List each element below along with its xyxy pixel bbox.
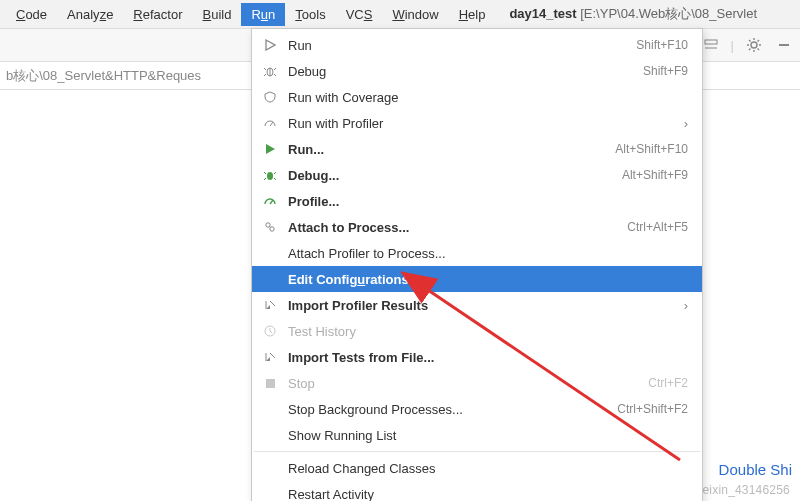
menu-code[interactable]: Code — [6, 3, 57, 26]
import-icon — [262, 297, 278, 313]
menu-run-attach-profiler[interactable]: Attach Profiler to Process... — [252, 240, 702, 266]
menu-separator — [254, 451, 700, 452]
gear-icon[interactable] — [744, 35, 764, 55]
menu-run[interactable]: Run — [241, 3, 285, 26]
svg-line-31 — [274, 178, 276, 180]
svg-line-25 — [270, 122, 273, 126]
menu-run-edit-configurations[interactable]: Edit Configurations... — [252, 266, 702, 292]
import-icon — [262, 349, 278, 365]
menu-run-test-history: Test History — [252, 318, 702, 344]
svg-line-30 — [264, 178, 266, 180]
svg-line-16 — [758, 40, 760, 42]
menu-run-profile-config[interactable]: Profile... — [252, 188, 702, 214]
gauge-icon — [262, 115, 278, 131]
menu-run-restart-activity[interactable]: Restart Activity — [252, 481, 702, 501]
attach-icon — [262, 219, 278, 235]
svg-point-8 — [751, 42, 757, 48]
svg-line-38 — [270, 353, 275, 358]
menu-run-show-running[interactable]: Show Running List — [252, 422, 702, 448]
menu-tools[interactable]: Tools — [285, 3, 335, 26]
svg-line-36 — [270, 301, 275, 306]
menu-vcs[interactable]: VCS — [336, 3, 383, 26]
svg-line-15 — [749, 49, 751, 51]
menu-run-reload-classes[interactable]: Reload Changed Classes — [252, 455, 702, 481]
menu-run-debug[interactable]: Debug Shift+F9 — [252, 58, 702, 84]
play-icon — [262, 37, 278, 53]
menu-run-stop-background[interactable]: Stop Background Processes... Ctrl+Shift+… — [252, 396, 702, 422]
menu-build[interactable]: Build — [193, 3, 242, 26]
menu-run-run[interactable]: Run Shift+F10 — [252, 32, 702, 58]
bug-green-icon — [262, 167, 278, 183]
divider-icon — [701, 35, 721, 55]
shield-icon — [262, 89, 278, 105]
svg-line-13 — [749, 40, 751, 42]
menu-window[interactable]: Window — [382, 3, 448, 26]
menu-analyze[interactable]: Analyze — [57, 3, 123, 26]
svg-line-21 — [264, 68, 266, 70]
svg-line-24 — [274, 74, 276, 76]
menu-help[interactable]: Help — [449, 3, 496, 26]
svg-marker-18 — [266, 40, 275, 50]
run-menu-dropdown: Run Shift+F10 Debug Shift+F9 Run with Co… — [251, 28, 703, 501]
menu-run-profiler[interactable]: Run with Profiler › — [252, 110, 702, 136]
svg-rect-17 — [779, 44, 789, 46]
svg-line-29 — [274, 172, 276, 174]
svg-line-32 — [270, 200, 273, 204]
menu-refactor[interactable]: Refactor — [123, 3, 192, 26]
svg-line-14 — [758, 49, 760, 51]
project-title: day14_test [E:\YP\04.Web核心\08_Servlet — [509, 5, 757, 23]
menu-run-import-tests[interactable]: Import Tests from File... — [252, 344, 702, 370]
menu-run-coverage[interactable]: Run with Coverage — [252, 84, 702, 110]
menu-run-import-profiler[interactable]: Import Profiler Results › — [252, 292, 702, 318]
collapse-icon[interactable] — [774, 35, 794, 55]
menubar: Code Analyze Refactor Build Run Tools VC… — [0, 0, 800, 28]
menu-run-attach-process[interactable]: Attach to Process... Ctrl+Alt+F5 — [252, 214, 702, 240]
gauge-green-icon — [262, 193, 278, 209]
svg-line-23 — [264, 74, 266, 76]
bug-icon — [262, 63, 278, 79]
svg-rect-6 — [705, 40, 717, 44]
menu-run-run-config[interactable]: Run... Alt+Shift+F10 — [252, 136, 702, 162]
stop-icon — [262, 375, 278, 391]
chevron-right-icon: › — [684, 298, 688, 313]
menu-run-debug-config[interactable]: Debug... Alt+Shift+F9 — [252, 162, 702, 188]
menu-run-stop: Stop Ctrl+F2 — [252, 370, 702, 396]
play-green-icon — [262, 141, 278, 157]
svg-marker-26 — [266, 144, 275, 154]
project-path: [E:\YP\04.Web核心\08_Servlet — [580, 6, 757, 21]
chevron-right-icon: › — [684, 116, 688, 131]
clock-icon — [262, 323, 278, 339]
svg-line-35 — [270, 227, 271, 228]
svg-line-28 — [264, 172, 266, 174]
svg-rect-39 — [266, 379, 275, 388]
breadcrumb-text: b核心\08_Servlet&HTTP&Reques — [6, 67, 201, 85]
svg-point-27 — [267, 172, 273, 180]
svg-line-22 — [274, 68, 276, 70]
